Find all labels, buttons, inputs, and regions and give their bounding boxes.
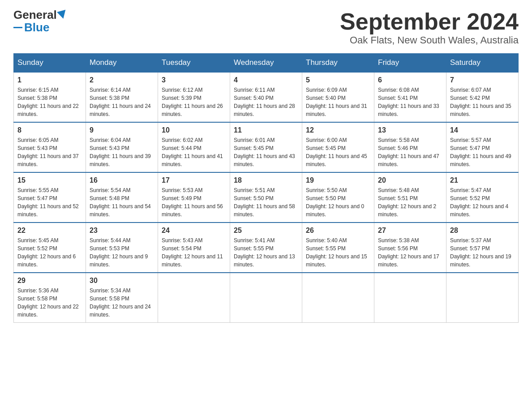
calendar-cell [230, 273, 302, 323]
calendar-cell: 30Sunrise: 5:34 AMSunset: 5:58 PMDayligh… [86, 273, 158, 323]
col-header-sunday: Sunday [14, 54, 86, 73]
week-row-1: 1Sunrise: 6:15 AMSunset: 5:38 PMDaylight… [14, 72, 519, 122]
col-header-thursday: Thursday [302, 54, 374, 73]
day-number: 30 [90, 277, 154, 285]
logo-triangle-icon [57, 10, 68, 20]
day-number: 17 [162, 176, 226, 184]
col-header-saturday: Saturday [446, 54, 519, 73]
week-row-2: 8Sunrise: 6:05 AMSunset: 5:43 PMDaylight… [14, 122, 519, 172]
day-info: Sunrise: 5:36 AMSunset: 5:58 PMDaylight:… [17, 287, 82, 319]
day-number: 28 [450, 227, 515, 235]
col-header-monday: Monday [86, 54, 158, 73]
day-info: Sunrise: 5:55 AMSunset: 5:47 PMDaylight:… [17, 186, 82, 218]
day-number: 3 [162, 76, 226, 84]
calendar-cell: 17Sunrise: 5:53 AMSunset: 5:49 PMDayligh… [158, 172, 230, 223]
calendar-cell [446, 273, 519, 323]
calendar-cell: 2Sunrise: 6:14 AMSunset: 5:38 PMDaylight… [86, 72, 158, 122]
calendar-cell: 6Sunrise: 6:08 AMSunset: 5:41 PMDaylight… [374, 72, 446, 122]
day-number: 8 [17, 126, 82, 134]
calendar-cell [302, 273, 374, 323]
calendar-cell: 25Sunrise: 5:41 AMSunset: 5:55 PMDayligh… [230, 223, 302, 273]
day-number: 13 [378, 126, 442, 134]
calendar-cell: 11Sunrise: 6:01 AMSunset: 5:45 PMDayligh… [230, 122, 302, 172]
calendar-cell: 9Sunrise: 6:04 AMSunset: 5:43 PMDaylight… [86, 122, 158, 172]
day-number: 7 [450, 76, 515, 84]
day-info: Sunrise: 5:50 AMSunset: 5:50 PMDaylight:… [306, 186, 370, 218]
day-info: Sunrise: 5:48 AMSunset: 5:51 PMDaylight:… [378, 186, 442, 218]
calendar-title: September 2024 [340, 9, 519, 34]
calendar-cell: 20Sunrise: 5:48 AMSunset: 5:51 PMDayligh… [374, 172, 446, 223]
title-block: September 2024 Oak Flats, New South Wale… [340, 9, 519, 46]
day-number: 24 [162, 227, 226, 235]
logo-general-text: General [13, 9, 57, 21]
week-row-5: 29Sunrise: 5:36 AMSunset: 5:58 PMDayligh… [14, 273, 519, 323]
day-info: Sunrise: 5:53 AMSunset: 5:49 PMDaylight:… [162, 186, 226, 218]
day-number: 4 [234, 76, 298, 84]
day-number: 6 [378, 76, 442, 84]
day-number: 2 [90, 76, 154, 84]
page-header: General Blue September 2024 Oak Flats, N… [13, 9, 519, 46]
calendar-cell: 3Sunrise: 6:12 AMSunset: 5:39 PMDaylight… [158, 72, 230, 122]
calendar-cell: 10Sunrise: 6:02 AMSunset: 5:44 PMDayligh… [158, 122, 230, 172]
day-info: Sunrise: 6:05 AMSunset: 5:43 PMDaylight:… [17, 136, 82, 168]
day-number: 9 [90, 126, 154, 134]
day-info: Sunrise: 6:00 AMSunset: 5:45 PMDaylight:… [306, 136, 370, 168]
day-info: Sunrise: 5:34 AMSunset: 5:58 PMDaylight:… [90, 287, 154, 319]
calendar-cell: 19Sunrise: 5:50 AMSunset: 5:50 PMDayligh… [302, 172, 374, 223]
calendar-cell: 4Sunrise: 6:11 AMSunset: 5:40 PMDaylight… [230, 72, 302, 122]
calendar-cell: 7Sunrise: 6:07 AMSunset: 5:42 PMDaylight… [446, 72, 519, 122]
day-info: Sunrise: 6:02 AMSunset: 5:44 PMDaylight:… [162, 136, 226, 168]
day-info: Sunrise: 6:11 AMSunset: 5:40 PMDaylight:… [234, 86, 298, 118]
calendar-cell: 27Sunrise: 5:38 AMSunset: 5:56 PMDayligh… [374, 223, 446, 273]
calendar-cell: 29Sunrise: 5:36 AMSunset: 5:58 PMDayligh… [14, 273, 86, 323]
day-info: Sunrise: 5:44 AMSunset: 5:53 PMDaylight:… [90, 236, 154, 269]
calendar-cell [374, 273, 446, 323]
day-number: 15 [17, 176, 82, 184]
col-header-wednesday: Wednesday [230, 54, 302, 73]
day-info: Sunrise: 5:40 AMSunset: 5:55 PMDaylight:… [306, 236, 370, 269]
calendar-cell: 18Sunrise: 5:51 AMSunset: 5:50 PMDayligh… [230, 172, 302, 223]
day-info: Sunrise: 6:12 AMSunset: 5:39 PMDaylight:… [162, 86, 226, 118]
calendar-cell: 24Sunrise: 5:43 AMSunset: 5:54 PMDayligh… [158, 223, 230, 273]
col-header-friday: Friday [374, 54, 446, 73]
calendar-subtitle: Oak Flats, New South Wales, Australia [340, 34, 519, 46]
day-info: Sunrise: 5:54 AMSunset: 5:48 PMDaylight:… [90, 186, 154, 218]
day-number: 10 [162, 126, 226, 134]
day-info: Sunrise: 6:14 AMSunset: 5:38 PMDaylight:… [90, 86, 154, 118]
calendar-table: SundayMondayTuesdayWednesdayThursdayFrid… [13, 53, 519, 323]
day-info: Sunrise: 5:45 AMSunset: 5:52 PMDaylight:… [17, 236, 82, 269]
calendar-cell: 13Sunrise: 5:58 AMSunset: 5:46 PMDayligh… [374, 122, 446, 172]
week-row-4: 22Sunrise: 5:45 AMSunset: 5:52 PMDayligh… [14, 223, 519, 273]
calendar-cell: 23Sunrise: 5:44 AMSunset: 5:53 PMDayligh… [86, 223, 158, 273]
calendar-cell: 8Sunrise: 6:05 AMSunset: 5:43 PMDaylight… [14, 122, 86, 172]
day-info: Sunrise: 6:15 AMSunset: 5:38 PMDaylight:… [17, 86, 82, 118]
calendar-cell: 28Sunrise: 5:37 AMSunset: 5:57 PMDayligh… [446, 223, 519, 273]
day-number: 19 [306, 176, 370, 184]
day-number: 1 [17, 76, 82, 84]
day-number: 27 [378, 227, 442, 235]
day-number: 29 [17, 277, 82, 285]
calendar-cell: 14Sunrise: 5:57 AMSunset: 5:47 PMDayligh… [446, 122, 519, 172]
calendar-cell: 12Sunrise: 6:00 AMSunset: 5:45 PMDayligh… [302, 122, 374, 172]
day-number: 18 [234, 176, 298, 184]
day-info: Sunrise: 6:01 AMSunset: 5:45 PMDaylight:… [234, 136, 298, 168]
day-info: Sunrise: 6:09 AMSunset: 5:40 PMDaylight:… [306, 86, 370, 118]
calendar-cell: 26Sunrise: 5:40 AMSunset: 5:55 PMDayligh… [302, 223, 374, 273]
day-info: Sunrise: 6:08 AMSunset: 5:41 PMDaylight:… [378, 86, 442, 118]
day-info: Sunrise: 5:37 AMSunset: 5:57 PMDaylight:… [450, 236, 515, 269]
day-number: 21 [450, 176, 515, 184]
day-info: Sunrise: 5:41 AMSunset: 5:55 PMDaylight:… [234, 236, 298, 269]
day-number: 23 [90, 227, 154, 235]
day-info: Sunrise: 5:51 AMSunset: 5:50 PMDaylight:… [234, 186, 298, 218]
calendar-cell: 22Sunrise: 5:45 AMSunset: 5:52 PMDayligh… [14, 223, 86, 273]
calendar-cell: 15Sunrise: 5:55 AMSunset: 5:47 PMDayligh… [14, 172, 86, 223]
day-info: Sunrise: 5:38 AMSunset: 5:56 PMDaylight:… [378, 236, 442, 269]
calendar-cell: 5Sunrise: 6:09 AMSunset: 5:40 PMDaylight… [302, 72, 374, 122]
day-number: 26 [306, 227, 370, 235]
logo: General Blue [13, 9, 67, 34]
day-number: 25 [234, 227, 298, 235]
day-number: 22 [17, 227, 82, 235]
day-number: 20 [378, 176, 442, 184]
calendar-cell: 16Sunrise: 5:54 AMSunset: 5:48 PMDayligh… [86, 172, 158, 223]
col-header-tuesday: Tuesday [158, 54, 230, 73]
